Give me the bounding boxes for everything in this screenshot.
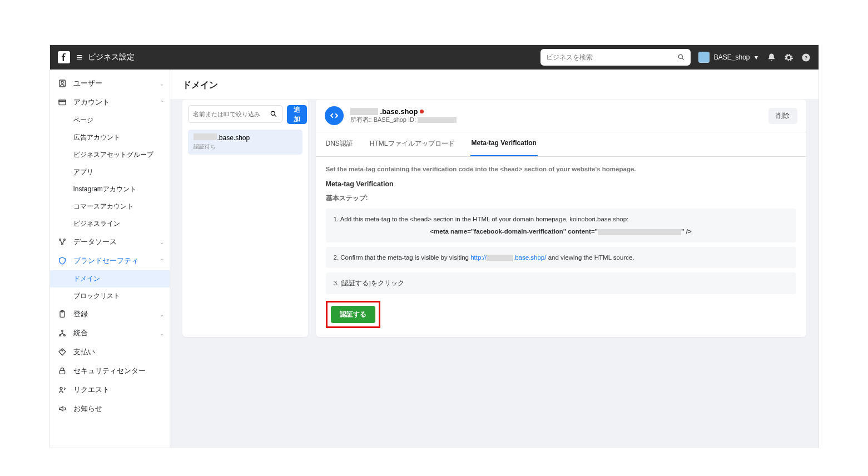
meta-tag-code: <meta name="facebook-domain-verification…	[334, 226, 788, 236]
sidebar-item-billing[interactable]: 支払い	[50, 343, 170, 361]
redacted-text	[350, 108, 378, 115]
sidebar-item-accounts[interactable]: アカウント⌃	[50, 93, 170, 112]
chevron-down-icon: ▾	[755, 53, 758, 61]
search-icon	[270, 110, 277, 118]
integrations-icon	[57, 329, 68, 338]
sidebar-item-security[interactable]: セキュリティセンター	[50, 361, 170, 380]
sidebar-sub-instagram[interactable]: Instagramアカウント	[50, 181, 170, 198]
redacted-text	[487, 255, 513, 261]
redacted-text	[418, 117, 457, 123]
sidebar-sub-domains[interactable]: ドメイン	[50, 270, 170, 287]
gear-icon[interactable]	[784, 53, 793, 62]
domain-owner: 所有者:: BASE_shop ID:	[350, 116, 768, 124]
sidebar: ユーザー⌄ アカウント⌃ ページ 広告アカウント ビジネスアセットグループ アプ…	[50, 70, 170, 448]
redacted-text	[598, 229, 681, 235]
business-search[interactable]	[540, 49, 691, 66]
hamburger-menu-icon[interactable]: ≡	[77, 52, 83, 62]
chevron-down-icon: ⌄	[160, 81, 164, 87]
domain-filter[interactable]	[188, 105, 282, 123]
megaphone-icon	[57, 404, 68, 413]
domain-list-item[interactable]: .base.shop 認証待ち	[188, 130, 302, 155]
status-dot-icon	[420, 110, 424, 113]
sidebar-sub-pages[interactable]: ページ	[50, 112, 170, 129]
highlight-box: 認証する	[326, 301, 380, 328]
sidebar-item-requests[interactable]: リクエスト	[50, 380, 170, 399]
sidebar-sub-ad-accounts[interactable]: 広告アカウント	[50, 129, 170, 146]
svg-line-1	[682, 58, 684, 60]
page-title: ドメイン	[170, 70, 819, 100]
sidebar-item-integrations[interactable]: 統合⌄	[50, 324, 170, 343]
svg-point-9	[63, 239, 65, 241]
sidebar-sub-biz-asset-groups[interactable]: ビジネスアセットグループ	[50, 146, 170, 163]
sidebar-sub-biz-lines[interactable]: ビジネスライン	[50, 215, 170, 232]
chevron-down-icon: ⌄	[160, 330, 164, 336]
domain-link[interactable]: http://.base.shop/	[470, 254, 546, 261]
add-domain-button[interactable]: 追加	[287, 105, 307, 124]
data-icon	[57, 237, 68, 246]
svg-rect-17	[59, 370, 65, 374]
tab-html-upload[interactable]: HTMLファイルアップロード	[369, 132, 456, 156]
domain-filter-input[interactable]	[193, 111, 270, 117]
sidebar-item-brand-safety[interactable]: ブランドセーフティ⌃	[50, 251, 170, 270]
step-3: 3. [認証する]をクリック	[326, 272, 796, 294]
chevron-down-icon: ⌄	[160, 311, 164, 318]
account-avatar	[698, 52, 710, 63]
business-search-input[interactable]	[546, 53, 677, 61]
domain-list-panel: 追加 .base.shop 認証待ち	[182, 100, 308, 337]
svg-point-13	[61, 330, 63, 332]
tag-icon	[57, 348, 68, 356]
account-name: BASE_shop	[714, 53, 750, 61]
search-icon	[677, 53, 685, 61]
svg-rect-7	[59, 100, 66, 102]
svg-point-8	[59, 239, 61, 241]
lock-icon	[57, 366, 68, 375]
bell-icon[interactable]	[767, 53, 776, 62]
svg-point-16	[62, 350, 63, 351]
account-switcher[interactable]: BASE_shop ▾	[698, 52, 758, 63]
help-icon[interactable]: ?	[801, 53, 811, 62]
section-title: Meta-tag Verification	[326, 180, 796, 188]
briefcase-icon	[57, 98, 68, 107]
main: ドメイン 追加 .base.shop 認証待ち	[170, 70, 819, 448]
clipboard-icon	[57, 310, 68, 319]
users-icon	[57, 79, 68, 88]
domain-status: 認証待ち	[194, 143, 297, 151]
tab-meta-tag[interactable]: Meta-tag Verification	[470, 132, 538, 156]
code-icon	[325, 106, 344, 125]
svg-point-5	[61, 81, 63, 83]
chevron-up-icon: ⌃	[160, 100, 164, 106]
tab-dns[interactable]: DNS認証	[325, 132, 354, 156]
sidebar-item-users[interactable]: ユーザー⌄	[50, 74, 170, 93]
delete-domain-button[interactable]: 削除	[768, 108, 797, 124]
step-1: 1. Add this meta-tag to the <head> secti…	[326, 209, 796, 242]
topbar: ≡ ビジネス設定 BASE_shop ▾ ?	[50, 45, 819, 70]
chevron-down-icon: ⌄	[160, 239, 164, 245]
redacted-text	[194, 133, 217, 140]
domain-name: .base.shop	[350, 107, 768, 116]
verification-tabs: DNS認証 HTMLファイルアップロード Meta-tag Verificati…	[316, 132, 806, 157]
tab-description: Set the meta-tag containing the verifica…	[326, 166, 796, 172]
svg-point-0	[678, 54, 682, 58]
svg-line-20	[274, 115, 276, 117]
svg-point-18	[60, 387, 62, 389]
domain-detail-panel: .base.shop 所有者:: BASE_shop ID: 削除 DNS認証 …	[316, 100, 806, 337]
request-icon	[57, 385, 68, 394]
svg-rect-6	[59, 100, 66, 105]
sidebar-item-registrations[interactable]: 登録⌄	[50, 305, 170, 324]
steps-title: 基本ステップ:	[326, 194, 796, 203]
sidebar-sub-commerce[interactable]: コマースアカウント	[50, 198, 170, 215]
step-2: 2. Confirm that the meta-tag is visible …	[326, 247, 796, 268]
sidebar-sub-blocklists[interactable]: ブロックリスト	[50, 287, 170, 305]
chevron-up-icon: ⌃	[160, 258, 164, 264]
shield-icon	[57, 256, 68, 265]
svg-point-19	[271, 111, 275, 115]
svg-text:?: ?	[804, 55, 807, 61]
sidebar-sub-apps[interactable]: アプリ	[50, 163, 170, 181]
sidebar-item-notifications[interactable]: お知らせ	[50, 399, 170, 418]
sidebar-item-data-sources[interactable]: データソース⌄	[50, 232, 170, 251]
topbar-title: ビジネス設定	[88, 52, 135, 62]
verify-button[interactable]: 認証する	[331, 306, 375, 323]
facebook-logo[interactable]	[58, 51, 70, 63]
svg-point-10	[61, 244, 63, 245]
